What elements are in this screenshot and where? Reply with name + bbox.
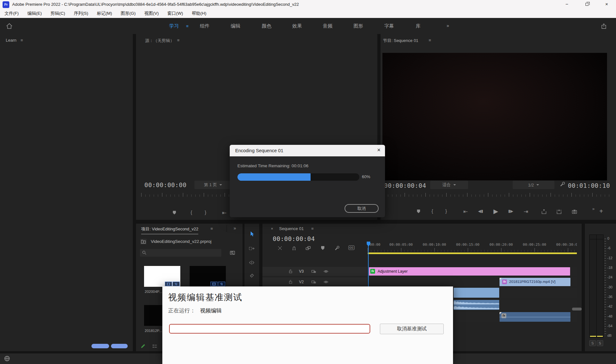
timeline-scrollbar[interactable] <box>572 308 582 310</box>
minimize-button[interactable]: − <box>560 0 574 9</box>
track-output-icon[interactable] <box>311 269 316 274</box>
go-to-out-icon[interactable]: ⇥ <box>524 208 528 215</box>
source-page-select[interactable]: 第 1 页 <box>194 181 232 189</box>
clip-video-v1[interactable] <box>454 288 499 298</box>
insert-overwrite-icon[interactable] <box>277 245 283 251</box>
source-mark-in-icon[interactable]: { <box>191 210 192 215</box>
snap-magnet-icon[interactable] <box>291 245 297 251</box>
timeline-panel-menu-icon[interactable]: ≡ <box>311 226 314 231</box>
step-back-icon[interactable]: ◀▮ <box>478 209 483 213</box>
project-panel-menu-icon[interactable]: ≡ <box>210 226 213 231</box>
lift-icon[interactable] <box>541 209 547 214</box>
source-timecode[interactable]: 00:00:00:00 <box>144 181 186 188</box>
menu-help[interactable]: 帮助(H) <box>192 11 206 16</box>
program-panel-menu-icon[interactable]: ≡ <box>429 38 431 43</box>
track-output-icon[interactable] <box>311 279 316 285</box>
workspace-tab-effects[interactable]: 效果 <box>292 23 302 29</box>
workspace-tab-editing[interactable]: 编辑 <box>231 23 240 29</box>
menu-clip[interactable]: 剪辑(C) <box>50 11 65 16</box>
clip-audio-a1[interactable] <box>454 300 499 310</box>
workspace-tab-menu-icon[interactable]: ≡ <box>186 24 189 29</box>
menu-sequence[interactable]: 序列(S) <box>74 11 88 16</box>
menu-file[interactable]: 文件(F) <box>4 11 19 16</box>
clip-video-v2[interactable]: fx 201811PRGT2160p.mp4 [V] <box>500 278 570 286</box>
menu-marker[interactable]: 标记(M) <box>97 11 112 16</box>
step-forward-icon[interactable]: ▮▶ <box>508 209 513 213</box>
ripple-edit-tool-icon[interactable] <box>249 260 255 267</box>
track-eye-icon[interactable] <box>323 279 329 285</box>
program-settings-wrench-icon[interactable] <box>560 181 565 187</box>
source-go-to-in-icon[interactable]: ⇤ <box>222 210 227 216</box>
add-marker-icon[interactable] <box>320 245 325 251</box>
menu-graphics[interactable]: 图形(G) <box>121 11 136 16</box>
program-scrub-ruler[interactable] <box>384 193 613 197</box>
encoding-dialog-close-icon[interactable]: × <box>377 147 381 153</box>
project-item-thumbnail-2[interactable] <box>190 266 226 287</box>
project-item-label[interactable]: 201812P... <box>145 329 162 333</box>
track-lock-icon[interactable] <box>288 279 293 284</box>
pen-edit-icon[interactable] <box>140 343 146 350</box>
export-frame-camera-icon[interactable] <box>572 209 577 214</box>
home-icon[interactable] <box>6 22 13 29</box>
benchmark-cancel-button[interactable]: 取消基准测试 <box>380 324 444 334</box>
timeline-settings-wrench-icon[interactable] <box>334 245 340 251</box>
program-timecode[interactable]: 00:00:00:04 <box>384 182 426 189</box>
share-export-icon[interactable] <box>601 23 607 29</box>
clip-audio-a2[interactable]: fx <box>500 312 570 322</box>
workspace-tab-assembly[interactable]: 组件 <box>200 23 210 29</box>
workspace-tab-learn[interactable]: 学习 <box>169 23 179 29</box>
track-eye-icon[interactable] <box>323 269 329 274</box>
track-select-tool-icon[interactable] <box>249 245 255 252</box>
program-zoom-select[interactable]: 适合 <box>430 181 468 189</box>
track-label-v3[interactable]: V3 <box>299 269 304 274</box>
restore-button[interactable] <box>579 0 594 9</box>
source-panel-menu-icon[interactable]: ≡ <box>177 38 180 43</box>
button-editor-add-icon[interactable]: + <box>599 208 603 215</box>
extract-icon[interactable] <box>556 209 562 214</box>
project-search-input[interactable] <box>140 249 221 257</box>
find-in-bin-icon[interactable] <box>230 250 235 255</box>
solo-left-button[interactable]: S <box>589 340 596 346</box>
go-to-in-icon[interactable]: ⇤ <box>463 208 468 215</box>
project-item-label[interactable]: 202004P... <box>145 290 162 294</box>
workspace-tab-audio[interactable]: 音频 <box>323 23 332 29</box>
workspace-overflow-chevron[interactable]: » <box>447 23 449 28</box>
navigate-up-folder-icon[interactable] <box>140 239 147 244</box>
project-panel-tab[interactable]: 项目: VideoEditingSecond_v22 <box>141 226 198 234</box>
encoding-cancel-button[interactable]: 取消 <box>345 204 379 213</box>
captions-cc-icon[interactable]: CC <box>348 245 355 250</box>
project-item-thumbnail-1[interactable] <box>144 266 180 287</box>
learn-nav-button-prev[interactable] <box>91 344 109 348</box>
program-mark-out-icon[interactable]: } <box>445 208 447 214</box>
linked-selection-icon[interactable] <box>305 245 311 251</box>
menu-view[interactable]: 视图(V) <box>144 11 159 16</box>
selection-tool-icon[interactable] <box>249 231 255 238</box>
solo-right-button[interactable]: S <box>597 340 603 346</box>
transport-overflow-chevron[interactable]: » <box>592 206 595 211</box>
razor-tool-icon[interactable] <box>249 272 255 279</box>
list-view-icon[interactable] <box>152 343 158 350</box>
track-lock-icon[interactable] <box>288 269 293 274</box>
menu-edit[interactable]: 编辑(E) <box>27 11 42 16</box>
source-mark-out-icon[interactable]: } <box>205 210 206 215</box>
workspace-tab-color[interactable]: 颜色 <box>262 23 271 29</box>
timeline-tab-close-icon[interactable]: × <box>271 226 273 231</box>
menu-window[interactable]: 窗口(W) <box>167 11 183 16</box>
clip-adjustment-layer[interactable]: fx Adjustment Layer <box>369 267 570 276</box>
workspace-tab-graphics[interactable]: 图形 <box>354 23 363 29</box>
track-label-v2[interactable]: V2 <box>299 280 304 284</box>
workspace-tab-captions[interactable]: 字幕 <box>384 23 394 29</box>
timeline-timecode[interactable]: 00:00:00:04 <box>273 235 315 242</box>
close-button[interactable]: × <box>599 0 614 9</box>
source-add-marker-icon[interactable] <box>172 210 177 215</box>
timeline-tab[interactable]: Sequence 01 <box>279 226 304 231</box>
workspace-tab-libraries[interactable]: 库 <box>416 23 421 29</box>
program-resolution-select[interactable]: 1/2 <box>513 181 554 189</box>
project-panel-overflow-chevron[interactable]: » <box>234 226 236 231</box>
learn-nav-button-next[interactable] <box>111 344 128 348</box>
program-add-marker-icon[interactable] <box>416 209 421 214</box>
timeline-ruler[interactable]: :00:00 00:00:05:00 00:00:10:00 00:00:15:… <box>368 241 577 252</box>
play-icon[interactable]: ▶ <box>493 208 498 215</box>
program-mark-in-icon[interactable]: { <box>432 208 433 214</box>
learn-panel-menu-icon[interactable]: ≡ <box>21 38 23 43</box>
